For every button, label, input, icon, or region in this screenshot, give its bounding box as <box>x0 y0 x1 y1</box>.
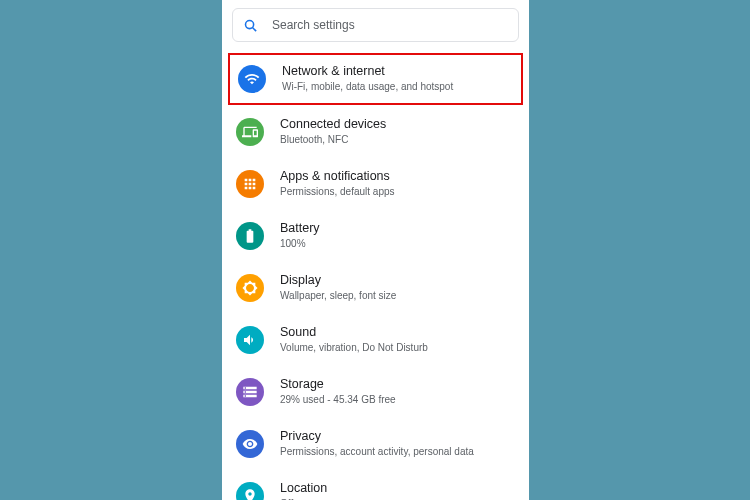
apps-icon <box>236 170 264 198</box>
settings-item-subtitle: 100% <box>280 238 320 251</box>
settings-item-privacy[interactable]: Privacy Permissions, account activity, p… <box>222 418 529 470</box>
settings-item-sound[interactable]: Sound Volume, vibration, Do Not Disturb <box>222 314 529 366</box>
settings-list: Network & internet Wi-Fi, mobile, data u… <box>222 48 529 500</box>
privacy-icon <box>236 430 264 458</box>
settings-item-subtitle: Permissions, default apps <box>280 186 395 199</box>
settings-screen: Search settings Network & internet Wi-Fi… <box>222 0 529 500</box>
settings-item-text: Battery 100% <box>280 221 320 250</box>
location-icon <box>236 482 264 500</box>
svg-point-0 <box>246 20 254 28</box>
settings-item-text: Storage 29% used - 45.34 GB free <box>280 377 396 406</box>
settings-item-network-internet[interactable]: Network & internet Wi-Fi, mobile, data u… <box>228 53 523 105</box>
settings-item-apps-notifications[interactable]: Apps & notifications Permissions, defaul… <box>222 158 529 210</box>
settings-item-title: Battery <box>280 221 320 237</box>
settings-item-title: Storage <box>280 377 396 393</box>
settings-item-text: Location Off <box>280 481 327 500</box>
svg-line-1 <box>253 27 256 30</box>
settings-item-subtitle: Volume, vibration, Do Not Disturb <box>280 342 428 355</box>
search-placeholder: Search settings <box>272 18 355 32</box>
settings-item-subtitle: Wallpaper, sleep, font size <box>280 290 396 303</box>
storage-icon <box>236 378 264 406</box>
settings-item-title: Connected devices <box>280 117 386 133</box>
settings-item-subtitle: Wi-Fi, mobile, data usage, and hotspot <box>282 81 453 94</box>
settings-item-text: Network & internet Wi-Fi, mobile, data u… <box>282 64 453 93</box>
settings-item-subtitle: Permissions, account activity, personal … <box>280 446 474 459</box>
search-bar-container: Search settings <box>222 0 529 48</box>
settings-item-title: Network & internet <box>282 64 453 80</box>
settings-item-subtitle: 29% used - 45.34 GB free <box>280 394 396 407</box>
settings-item-title: Sound <box>280 325 428 341</box>
settings-item-title: Apps & notifications <box>280 169 395 185</box>
settings-item-text: Privacy Permissions, account activity, p… <box>280 429 474 458</box>
settings-item-connected-devices[interactable]: Connected devices Bluetooth, NFC <box>222 106 529 158</box>
settings-item-text: Apps & notifications Permissions, defaul… <box>280 169 395 198</box>
settings-item-text: Sound Volume, vibration, Do Not Disturb <box>280 325 428 354</box>
sound-icon <box>236 326 264 354</box>
devices-icon <box>236 118 264 146</box>
settings-item-title: Display <box>280 273 396 289</box>
display-icon <box>236 274 264 302</box>
search-input[interactable]: Search settings <box>232 8 519 42</box>
settings-item-title: Location <box>280 481 327 497</box>
settings-item-title: Privacy <box>280 429 474 445</box>
settings-item-location[interactable]: Location Off <box>222 470 529 500</box>
battery-icon <box>236 222 264 250</box>
wifi-icon <box>238 65 266 93</box>
settings-item-text: Display Wallpaper, sleep, font size <box>280 273 396 302</box>
settings-item-subtitle: Bluetooth, NFC <box>280 134 386 147</box>
settings-item-display[interactable]: Display Wallpaper, sleep, font size <box>222 262 529 314</box>
search-icon <box>243 18 258 33</box>
settings-item-storage[interactable]: Storage 29% used - 45.34 GB free <box>222 366 529 418</box>
settings-item-text: Connected devices Bluetooth, NFC <box>280 117 386 146</box>
settings-item-battery[interactable]: Battery 100% <box>222 210 529 262</box>
